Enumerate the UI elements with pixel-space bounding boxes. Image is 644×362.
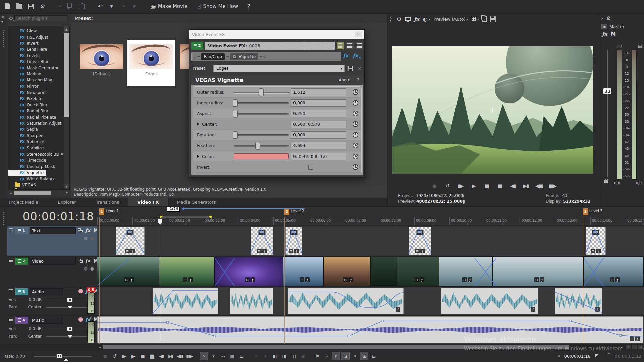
scrollbar-thumb[interactable] (64, 33, 69, 117)
go-to-end-button[interactable]: ▶▮ (522, 182, 530, 190)
marker-level-2[interactable]: 2 Level 2 (284, 208, 306, 215)
fx-plugin-item[interactable]: FX Invert (8, 40, 69, 46)
fx-plugin-item[interactable]: FX Timecode (8, 157, 69, 163)
fx-tree-horizontal-scrollbar[interactable]: ◂ ▸ (8, 190, 70, 196)
feather-slider[interactable] (232, 140, 291, 151)
edit-tool-dropdown[interactable]: ▾ (209, 352, 217, 360)
fx-plugin-item[interactable]: FX Pixelate (8, 96, 69, 102)
save-project-icon[interactable] (25, 2, 36, 11)
selection-edit-tool-button[interactable]: ▧ (228, 352, 236, 360)
selection-time[interactable]: 00:00:01:12 (615, 354, 641, 359)
animate-icon[interactable] (349, 164, 361, 170)
preset-dropdown[interactable]: Edges (213, 65, 345, 72)
parent-composite-icon[interactable]: ● (90, 266, 94, 271)
track-name-input[interactable] (30, 288, 63, 295)
aspect-slider[interactable] (232, 108, 291, 119)
track-list-grip[interactable] (0, 207, 7, 344)
transport-separator[interactable] (247, 352, 251, 360)
pan-crop-chip[interactable]: Pan/Crop (201, 53, 225, 60)
fx-plugin-item[interactable]: FX Linear Blur (8, 59, 69, 65)
fx-plugin-item[interactable]: FX Radial Pixelate (8, 114, 69, 120)
trim-end-button[interactable]: ◨ (280, 352, 288, 360)
inner-radius-value[interactable]: 0,000 (291, 99, 346, 107)
zoom-edit-tool-button[interactable]: ⊡ (237, 352, 246, 360)
insert-region-button[interactable]: ⚐ (322, 352, 331, 360)
title-clip[interactable]: ⊡ƒ (285, 227, 302, 255)
pan-slider[interactable] (46, 307, 93, 308)
split-button[interactable]: ◫ (289, 352, 298, 360)
rate-slider[interactable] (34, 356, 92, 357)
parent-composite-icon[interactable]: ● (90, 236, 94, 241)
track-grip-icon[interactable] (9, 318, 13, 321)
fx-plugin-item[interactable]: FX Mirror (8, 83, 69, 89)
loop-region-bar[interactable] (160, 216, 211, 218)
collapse-panel-icon[interactable]: ◂ (1, 19, 3, 24)
scroll-right-icon[interactable]: ▸ (64, 190, 70, 194)
close-panel-icon[interactable]: × (601, 16, 604, 21)
fx-plugin-item[interactable]: FX Mask Generator (8, 65, 69, 71)
expand-icon[interactable] (197, 155, 199, 158)
pause-button[interactable]: ▮▮ (138, 352, 147, 360)
scrollbar-thumb[interactable] (14, 191, 51, 195)
copy-icon[interactable] (66, 2, 76, 11)
volume-slider[interactable] (46, 329, 93, 329)
rotation-slider[interactable] (232, 130, 291, 140)
video-output-fx-icon[interactable]: ƒx (414, 16, 419, 22)
fx-plugin-item[interactable]: FX Quick Blur (8, 102, 69, 108)
fader-handle[interactable] (603, 88, 611, 94)
vignette-chip[interactable]: Vignette (230, 53, 259, 60)
fx-plugin-item[interactable]: FX HSL Adjust (8, 34, 69, 40)
save-preset-icon[interactable] (348, 66, 353, 71)
panel-grip[interactable]: × ◂ (0, 14, 7, 206)
marker-level-3[interactable]: 3 Level 3 (583, 208, 605, 215)
show-me-how-button[interactable]: ☝ Show Me How (193, 1, 242, 11)
zoom-tool-button[interactable] (638, 345, 643, 349)
feather-value[interactable]: 4,694 (291, 142, 346, 149)
fx-plugin-item[interactable]: FX Vignette (8, 170, 46, 176)
track-grip-icon[interactable] (9, 289, 13, 293)
track-fx-icon[interactable]: ƒx (85, 258, 90, 263)
collapse-panel-icon[interactable]: ◂ (389, 19, 393, 22)
timeline-tracks[interactable]: ⊡ƒ ⊡ƒ ⊡ƒ ⊡ƒ ⊡ƒ ⊡ƒ ⊡ƒ ⊡ƒ ⊡ƒ ⊡ƒ ⊡ƒ ⊡ƒ ⊡ƒ (97, 226, 644, 344)
audio-event[interactable] (230, 288, 273, 314)
toolbar-separator[interactable] (140, 2, 145, 11)
external-monitor-icon[interactable] (405, 17, 411, 21)
volume-handle[interactable] (67, 327, 73, 331)
trim-start-button[interactable]: ◧ (270, 352, 279, 360)
animate-icon[interactable] (349, 111, 361, 116)
animate-icon[interactable] (349, 143, 361, 148)
cursor-time[interactable]: 00:00:01:18 (564, 354, 590, 359)
dialog-titlebar[interactable]: Video Event FX × (189, 30, 364, 39)
audio-event[interactable]: ƒ (555, 288, 602, 314)
save-snapshot-icon[interactable] (490, 16, 496, 22)
animate-icon[interactable] (349, 100, 361, 106)
fx-plugin-item[interactable]: FX Lens Flare (8, 46, 69, 52)
play-from-start-button[interactable]: ▮▶ (456, 182, 465, 190)
fx-plugin-item[interactable]: FX Stereoscopic 3D A (8, 151, 69, 157)
fx-plugin-item[interactable]: FX Sharpen (8, 133, 69, 139)
scroll-up-icon[interactable]: ▲ (64, 26, 69, 32)
transport-separator[interactable] (195, 352, 199, 360)
redo-icon[interactable]: ↷ (117, 2, 127, 11)
zoom-in-button[interactable]: + (626, 345, 631, 349)
pan-slider[interactable] (46, 336, 93, 337)
fx-folder-item[interactable]: Third Party (8, 188, 69, 190)
track-header-video[interactable]: 2 ƒx M S ◍● (7, 257, 97, 286)
title-clip[interactable]: ⊡ƒ (586, 227, 606, 255)
overlay-grid-icon[interactable]: ▾ (472, 17, 479, 21)
audio-event[interactable] (153, 288, 218, 314)
title-clip[interactable]: ⊡ƒ (116, 227, 145, 255)
close-panel-icon[interactable]: × (1, 15, 4, 19)
timeline-ruler[interactable]: 1 Level 1 2 Level 2 3 Level 3 -1:24 00:0… (97, 207, 644, 225)
track-grip-icon[interactable] (9, 259, 13, 262)
time-display[interactable]: 00:00:01:18 (7, 207, 97, 225)
previous-frame-button[interactable]: ◀▮▮ (535, 182, 543, 190)
fx-plugin-item[interactable]: FX Min and Max (8, 77, 69, 83)
open-project-icon[interactable] (14, 2, 24, 11)
envelope-edit-tool-button[interactable]: ↝ (218, 352, 227, 360)
expand-icon[interactable] (197, 122, 199, 126)
track-motion-icon[interactable] (78, 259, 83, 263)
panel-tab[interactable]: Video FX (128, 198, 168, 206)
outer-radius-value[interactable]: 1,612 (291, 88, 346, 96)
volume-slider[interactable] (46, 300, 93, 300)
